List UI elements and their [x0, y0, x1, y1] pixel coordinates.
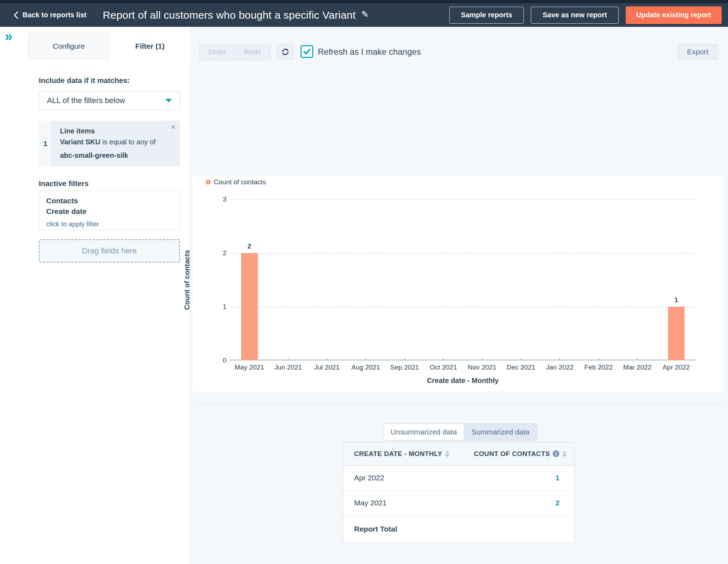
x-tick-label: May 2021	[228, 364, 271, 371]
include-data-label: Include data if it matches:	[39, 76, 130, 85]
edit-title-icon[interactable]: ✎	[361, 9, 369, 19]
checkmark-icon	[303, 47, 311, 56]
x-axis-tick	[637, 358, 638, 360]
refresh-button[interactable]	[277, 44, 293, 59]
x-axis-tick	[365, 358, 366, 360]
report-builder-page: Back to reports list Report of all custo…	[0, 0, 728, 564]
filter-property: Variant SKU	[60, 138, 100, 146]
drag-fields-dropzone[interactable]: Drag fields here	[39, 239, 180, 263]
collapse-sidebar-icon[interactable]: »	[5, 30, 12, 43]
x-axis-title: Create date - Monthly	[230, 377, 696, 385]
tab-filter[interactable]: Filter (1)	[109, 33, 190, 59]
window-top-strip	[0, 0, 728, 3]
x-axis-tick	[288, 358, 289, 360]
legend-dot-icon	[206, 180, 211, 185]
cell-create-date: May 2021	[343, 499, 387, 507]
inactive-filter-property: Create date	[46, 206, 172, 217]
table-row: Apr 20221	[343, 466, 574, 491]
inactive-filter-card[interactable]: Contacts Create date click to apply filt…	[39, 191, 180, 230]
unsummarized-data-tab[interactable]: Unsummarized data	[384, 424, 464, 440]
x-axis-tick	[327, 358, 327, 360]
table-body: Apr 20221May 20212	[343, 466, 574, 516]
undo-redo-group: Undo Redo	[199, 44, 271, 60]
table-header-row: CREATE DATE - MONTHLY COUNT OF CONTACTS …	[343, 442, 574, 466]
x-tick-label: Sep 2021	[383, 364, 426, 371]
report-title: Report of all customers who bought a spe…	[103, 9, 356, 21]
export-button[interactable]: Export	[678, 44, 717, 59]
column-header-create-date[interactable]: CREATE DATE - MONTHLY	[343, 450, 449, 458]
cell-create-date: Apr 2022	[343, 474, 384, 482]
info-icon[interactable]: i	[553, 450, 559, 457]
redo-button[interactable]: Redo	[235, 44, 270, 60]
count-header-label: COUNT OF CONTACTS	[474, 450, 550, 458]
active-filter-card[interactable]: 1 Line items Variant SKU is equal to any…	[39, 121, 180, 167]
column-header-count[interactable]: COUNT OF CONTACTS i	[474, 450, 574, 458]
gridline	[230, 307, 696, 307]
filter-condition: Variant SKU is equal to any of	[60, 137, 156, 148]
x-tick-label: Oct 2021	[422, 364, 465, 371]
report-total-label: Report Total	[343, 525, 397, 533]
tab-configure[interactable]: Configure	[28, 33, 109, 59]
summary-table: CREATE DATE - MONTHLY COUNT OF CONTACTS …	[343, 442, 575, 543]
y-tick-label: 2	[211, 249, 226, 257]
x-tick-label: Feb 2022	[577, 364, 620, 371]
filter-sidebar: » Configure Filter (1) Include data if i…	[0, 27, 190, 564]
header-actions: Sample reports Save as new report Update…	[449, 6, 722, 24]
refresh-checkbox-label: Refresh as I make changes	[318, 47, 421, 57]
inactive-filters-heading: Inactive filters	[39, 179, 89, 188]
summarized-data-tab[interactable]: Summarized data	[464, 424, 537, 440]
refresh-checkbox[interactable]	[301, 45, 313, 58]
inactive-filter-entity: Contacts	[46, 196, 172, 206]
y-tick-label: 3	[211, 196, 226, 203]
sort-arrows-icon[interactable]	[562, 450, 566, 457]
report-canvas: Undo Redo Refresh as I make changes Expo…	[191, 27, 728, 564]
update-existing-report-button[interactable]: Update existing report	[626, 6, 722, 24]
cell-count-link[interactable]: 1	[556, 474, 574, 482]
x-tick-label: Jan 2022	[539, 364, 581, 371]
legend-label: Count of contacts	[214, 178, 266, 186]
data-view-toggle: Unsummarized data Summarized data	[383, 424, 537, 440]
remove-filter-icon[interactable]: ×	[171, 123, 176, 131]
back-chevron-icon	[13, 11, 19, 19]
x-tick-label: Jul 2021	[306, 364, 348, 371]
x-tick-label: Aug 2021	[345, 364, 387, 371]
back-to-reports-link[interactable]: Back to reports list	[13, 11, 86, 19]
cell-count-link[interactable]: 2	[556, 499, 574, 507]
x-axis-tick	[598, 358, 599, 360]
chart-card: Count of contacts Count of contacts Crea…	[193, 175, 724, 391]
report-total-row: Report Total	[343, 516, 574, 542]
x-axis-tick	[482, 358, 483, 360]
y-tick-label: 0	[211, 356, 226, 364]
x-tick-label: Mar 2022	[616, 364, 659, 371]
filter-match-dropdown[interactable]: ALL of the filters below	[39, 91, 180, 110]
filter-description: Line items Variant SKU is equal to any o…	[52, 121, 166, 167]
x-axis-tick	[521, 358, 521, 360]
sort-arrows-icon[interactable]	[445, 450, 449, 457]
x-axis-tick	[404, 358, 405, 360]
gridline	[230, 199, 696, 200]
bar-may-2021[interactable]	[241, 253, 258, 360]
filter-operator: is equal to any of	[100, 138, 156, 146]
filter-entity: Line items	[60, 126, 156, 137]
sample-reports-button[interactable]: Sample reports	[449, 7, 524, 24]
section-divider	[197, 404, 724, 404]
x-axis-tick	[443, 358, 444, 360]
plot-area	[230, 199, 696, 360]
x-tick-label: Apr 2022	[655, 364, 697, 371]
bar-value-label: 2	[239, 242, 260, 250]
undo-button[interactable]: Undo	[200, 44, 235, 60]
caret-down-icon	[165, 99, 172, 102]
y-axis-title: Count of contacts	[183, 250, 191, 310]
bar-apr-2022[interactable]	[668, 307, 685, 360]
x-axis-tick	[559, 358, 560, 360]
save-as-new-report-button[interactable]: Save as new report	[531, 7, 618, 24]
back-label: Back to reports list	[23, 11, 86, 19]
inactive-filter-hint: click to apply filter	[46, 220, 172, 228]
y-tick-label: 1	[211, 303, 226, 311]
filter-index: 1	[39, 121, 52, 167]
chart-legend[interactable]: Count of contacts	[206, 178, 266, 186]
filter-value: abc-small-green-silk	[60, 150, 156, 161]
top-header-bar: Back to reports list Report of all custo…	[0, 3, 728, 27]
x-tick-label: Dec 2021	[500, 364, 542, 371]
x-tick-label: Jun 2021	[267, 364, 309, 371]
